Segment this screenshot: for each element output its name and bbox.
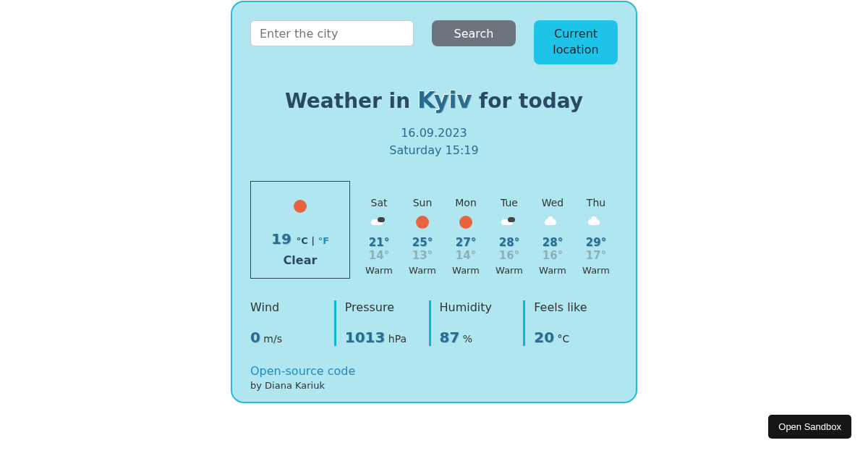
top-controls: Search Current location xyxy=(250,20,618,64)
metric-feelslike-value: 20 xyxy=(534,329,554,346)
forecast-day: Wed28° 16°Warm xyxy=(531,181,574,279)
metric-pressure-unit: hPa xyxy=(385,333,407,345)
cloud-dark-icon xyxy=(501,216,517,227)
open-source-link[interactable]: Open-source code xyxy=(250,364,618,378)
unit-separator: | xyxy=(308,235,318,246)
forecast-temps: 27° 14° xyxy=(444,236,488,262)
metric-humidity-value: 87 xyxy=(440,329,460,346)
cloud-icon xyxy=(545,216,561,227)
metric-feelslike: Feels like 20 °C xyxy=(523,300,618,346)
weather-card: Search Current location Weather in Kyiv … xyxy=(231,1,637,403)
title-suffix: for today xyxy=(472,89,583,113)
today-temp: 19 °C | °F xyxy=(258,230,342,248)
forecast-day: Sun25° 13°Warm xyxy=(401,181,444,279)
open-sandbox-button[interactable]: Open Sandbox xyxy=(768,415,851,439)
forecast-temps: 25° 13° xyxy=(401,236,444,262)
today-description: Clear xyxy=(258,253,342,267)
sun-icon xyxy=(459,216,472,229)
cloud-icon xyxy=(588,216,604,227)
metric-wind-value: 0 xyxy=(250,329,260,346)
metric-wind-unit: m/s xyxy=(260,333,282,345)
forecast-desc: Warm xyxy=(488,265,531,276)
metric-wind-label: Wind xyxy=(250,300,334,314)
title-city: Kyiv xyxy=(417,86,472,114)
metric-pressure-label: Pressure xyxy=(345,300,429,314)
sun-icon xyxy=(416,216,429,229)
forecast-day-name: Sat xyxy=(357,197,401,208)
today-card: 19 °C | °F Clear xyxy=(250,181,350,279)
today-temp-value: 19 xyxy=(271,230,292,248)
forecast-temps: 28° 16° xyxy=(488,236,531,262)
metric-feelslike-unit: °C xyxy=(554,333,569,345)
forecast-day-name: Tue xyxy=(488,197,531,208)
city-input[interactable] xyxy=(250,20,414,46)
forecast-desc: Warm xyxy=(357,265,401,276)
date-string: 16.09.2023 xyxy=(250,124,618,142)
forecast-day-name: Mon xyxy=(444,197,488,208)
forecast-temps: 29° 17° xyxy=(574,236,618,262)
title-prefix: Weather in xyxy=(285,89,417,113)
forecast-day: Tue28° 16°Warm xyxy=(488,181,531,279)
forecast-desc: Warm xyxy=(574,265,618,276)
forecast-temps: 28° 16° xyxy=(531,236,574,262)
metric-humidity: Humidity 87 % xyxy=(429,300,524,346)
current-location-button[interactable]: Current location xyxy=(534,20,618,64)
forecast-day-name: Wed xyxy=(531,197,574,208)
metric-humidity-label: Humidity xyxy=(440,300,524,314)
unit-fahrenheit[interactable]: °F xyxy=(318,235,329,246)
metric-feelslike-label: Feels like xyxy=(534,300,618,314)
metric-humidity-unit: % xyxy=(459,333,472,345)
forecast-day-name: Thu xyxy=(574,197,618,208)
metric-wind: Wind 0 m/s xyxy=(250,300,334,346)
forecast-desc: Warm xyxy=(444,265,488,276)
forecast-temps: 21° 14° xyxy=(357,236,401,262)
cloud-dark-icon xyxy=(371,216,387,227)
unit-celsius[interactable]: °C xyxy=(297,235,308,246)
forecast-day: Sat21° 14°Warm xyxy=(357,181,401,279)
metric-pressure-value: 1013 xyxy=(345,329,386,346)
date-block: 16.09.2023 Saturday 15:19 xyxy=(250,124,618,159)
sun-icon xyxy=(294,200,307,213)
metric-pressure: Pressure 1013 hPa xyxy=(334,300,429,346)
forecast-day: Mon27° 14°Warm xyxy=(444,181,488,279)
forecast-row: 19 °C | °F Clear Sat21° 14°WarmSun25° 13… xyxy=(250,181,618,279)
metrics-row: Wind 0 m/s Pressure 1013 hPa Humidity 87… xyxy=(250,300,618,346)
search-button[interactable]: Search xyxy=(432,20,516,46)
day-time-string: Saturday 15:19 xyxy=(250,142,618,159)
page-title: Weather in Kyiv for today xyxy=(250,86,618,114)
forecast-day-name: Sun xyxy=(401,197,444,208)
forecast-desc: Warm xyxy=(401,265,444,276)
author-text: by Diana Kariuk xyxy=(250,380,618,391)
forecast-desc: Warm xyxy=(531,265,574,276)
forecast-day: Thu29° 17°Warm xyxy=(574,181,618,279)
